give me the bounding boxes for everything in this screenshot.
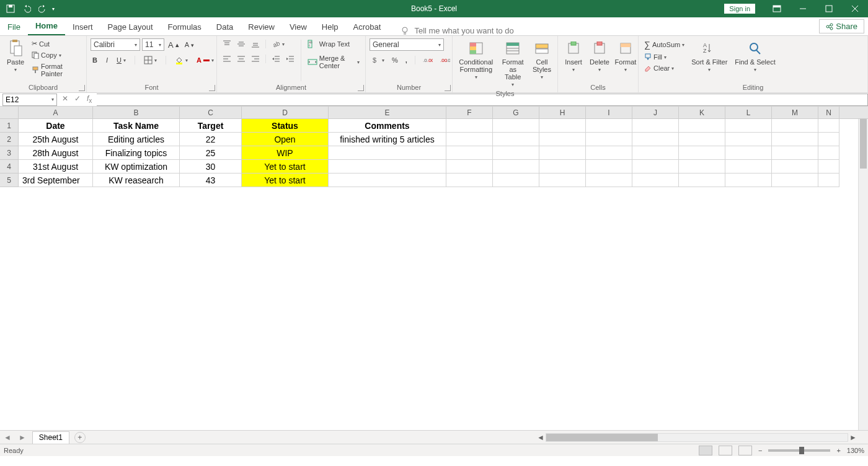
- increase-font-icon[interactable]: A▴: [166, 39, 181, 51]
- cell[interactable]: [725, 160, 772, 174]
- percent-format-icon[interactable]: %: [390, 55, 400, 65]
- border-button[interactable]: ▾: [142, 55, 159, 66]
- delete-cells-button[interactable]: Delete▾: [588, 38, 611, 74]
- zoom-level[interactable]: 130%: [847, 447, 864, 454]
- cell[interactable]: 30: [180, 160, 242, 174]
- increase-indent-icon[interactable]: [284, 53, 296, 64]
- column-header-I[interactable]: I: [586, 107, 632, 118]
- cell[interactable]: [725, 146, 772, 160]
- cell[interactable]: [493, 160, 539, 174]
- minimize-icon[interactable]: [790, 0, 816, 17]
- column-header-D[interactable]: D: [242, 107, 329, 118]
- format-cells-button[interactable]: Format▾: [614, 38, 637, 74]
- number-dialog-launcher[interactable]: [445, 85, 451, 91]
- cell[interactable]: [539, 160, 586, 174]
- cell[interactable]: 3rd September: [19, 174, 93, 187]
- decrease-indent-icon[interactable]: [270, 53, 282, 64]
- cell[interactable]: Yet to start: [242, 160, 329, 174]
- number-format-dropdown[interactable]: General▾: [370, 38, 444, 51]
- align-bottom-icon[interactable]: [249, 38, 262, 50]
- fill-button[interactable]: Fill▾: [642, 52, 686, 62]
- column-header-H[interactable]: H: [539, 107, 586, 118]
- cell[interactable]: Date: [19, 119, 93, 133]
- cut-button[interactable]: ✂Cut: [30, 38, 82, 49]
- tab-formulas[interactable]: Formulas: [161, 19, 209, 35]
- row-header-3[interactable]: 3: [0, 146, 19, 160]
- share-button[interactable]: Share: [819, 19, 864, 33]
- cell[interactable]: Yet to start: [242, 174, 329, 187]
- cell[interactable]: [725, 174, 772, 187]
- cell[interactable]: [539, 119, 586, 133]
- find-select-button[interactable]: Find & Select▾: [732, 38, 777, 74]
- align-left-icon[interactable]: [221, 53, 233, 64]
- font-dialog-launcher[interactable]: [209, 85, 215, 91]
- cell[interactable]: [818, 174, 839, 187]
- cell[interactable]: [329, 160, 446, 174]
- vertical-scrollbar[interactable]: [858, 119, 868, 430]
- accounting-format-icon[interactable]: $▾: [370, 55, 386, 66]
- underline-button[interactable]: U▾: [115, 55, 128, 65]
- close-icon[interactable]: [842, 0, 868, 17]
- cell[interactable]: KW reasearch: [93, 174, 180, 187]
- decrease-decimal-icon[interactable]: .00.0: [438, 55, 452, 65]
- row-header-4[interactable]: 4: [0, 160, 19, 174]
- undo-icon[interactable]: [20, 2, 33, 15]
- align-right-icon[interactable]: [249, 53, 262, 64]
- clear-button[interactable]: Clear▾: [642, 63, 686, 73]
- spreadsheet-grid[interactable]: ABCDEFGHIJKLMN 1DateTask NameTargetStatu…: [0, 107, 868, 430]
- horizontal-scrollbar[interactable]: ◄ ►: [536, 432, 858, 442]
- font-name-dropdown[interactable]: Calibri▾: [91, 38, 140, 51]
- clipboard-dialog-launcher[interactable]: [79, 85, 85, 91]
- zoom-out-icon[interactable]: −: [758, 447, 762, 454]
- cell[interactable]: [818, 146, 839, 160]
- insert-cells-button[interactable]: Insert▾: [562, 38, 585, 74]
- cell[interactable]: [679, 174, 725, 187]
- autosum-button[interactable]: ∑AutoSum▾: [642, 38, 686, 51]
- row-header-1[interactable]: 1: [0, 119, 19, 133]
- hscroll-left-icon[interactable]: ◄: [536, 433, 546, 442]
- orientation-icon[interactable]: ab▾: [270, 38, 286, 50]
- row-header-5[interactable]: 5: [0, 174, 19, 187]
- wrap-text-button[interactable]: abcWrap Text: [306, 38, 361, 50]
- tab-home[interactable]: Home: [28, 17, 65, 35]
- cell[interactable]: 31st August: [19, 160, 93, 174]
- cell[interactable]: [446, 119, 493, 133]
- cell[interactable]: [586, 133, 632, 146]
- copy-button[interactable]: Copy▾: [30, 50, 82, 60]
- normal-view-icon[interactable]: [699, 446, 712, 455]
- cell[interactable]: [772, 160, 818, 174]
- cell[interactable]: Status: [242, 119, 329, 133]
- cell[interactable]: Comments: [329, 119, 446, 133]
- hscroll-thumb[interactable]: [546, 434, 658, 441]
- cell[interactable]: [586, 146, 632, 160]
- cell[interactable]: [632, 160, 679, 174]
- sheet-nav-prev-icon[interactable]: ◄: [0, 433, 15, 442]
- sign-in-button[interactable]: Sign in: [724, 4, 755, 14]
- cell[interactable]: Editing articles: [93, 133, 180, 146]
- italic-button[interactable]: I: [104, 55, 110, 65]
- cell[interactable]: [772, 133, 818, 146]
- tab-data[interactable]: Data: [209, 19, 241, 35]
- maximize-icon[interactable]: [816, 0, 842, 17]
- cell[interactable]: [539, 133, 586, 146]
- column-header-G[interactable]: G: [493, 107, 539, 118]
- row-header-2[interactable]: 2: [0, 133, 19, 146]
- cell[interactable]: [446, 146, 493, 160]
- column-header-C[interactable]: C: [180, 107, 242, 118]
- cell-styles-button[interactable]: Cell Styles▾: [530, 38, 554, 81]
- column-header-K[interactable]: K: [679, 107, 725, 118]
- align-top-icon[interactable]: [221, 38, 233, 50]
- cell[interactable]: [493, 119, 539, 133]
- cell[interactable]: [818, 133, 839, 146]
- hscroll-right-icon[interactable]: ►: [848, 433, 858, 442]
- cancel-formula-icon[interactable]: ✕: [62, 94, 68, 104]
- cell[interactable]: [679, 133, 725, 146]
- cell[interactable]: Finalizing topics: [93, 146, 180, 160]
- scroll-thumb[interactable]: [860, 119, 867, 169]
- cell[interactable]: [446, 133, 493, 146]
- column-header-B[interactable]: B: [93, 107, 180, 118]
- increase-decimal-icon[interactable]: .0.00: [421, 55, 435, 65]
- cell[interactable]: finished writing 5 articles: [329, 133, 446, 146]
- cell[interactable]: [586, 174, 632, 187]
- ribbon-display-options-icon[interactable]: [764, 0, 790, 17]
